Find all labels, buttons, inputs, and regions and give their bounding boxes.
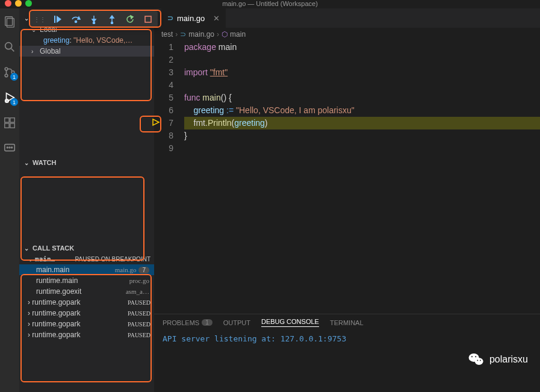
callstack-thread[interactable]: › runtime.gopark PAUSED: [19, 319, 154, 329]
activity-bar: 1 1: [0, 8, 19, 392]
callstack-title: CALL STACK: [33, 244, 74, 252]
go-file-icon: ⊃: [180, 30, 186, 39]
variable-greeting[interactable]: greeting: "Hello, VSCode,…: [19, 35, 154, 46]
debug-toolbar: ⋮⋮: [30, 11, 158, 28]
breadcrumb[interactable]: test › ⊃ main.go › ⬡ main: [154, 28, 540, 41]
continue-button[interactable]: [52, 13, 64, 25]
svg-point-36: [477, 360, 478, 361]
chevron-right-icon: ›: [28, 309, 30, 317]
code-content: package main import "fmt" func main() { …: [184, 41, 540, 314]
close-window[interactable]: [5, 0, 11, 7]
step-over-button[interactable]: [70, 13, 82, 25]
extensions-icon[interactable]: [2, 116, 17, 130]
svg-point-16: [7, 147, 8, 148]
svg-point-18: [11, 147, 13, 148]
tab-debug-console[interactable]: DEBUG CONSOLE: [261, 318, 319, 327]
tab-terminal[interactable]: TERMINAL: [330, 318, 364, 327]
chevron-down-icon: ⌄: [24, 15, 30, 22]
chevron-right-icon: ›: [28, 331, 30, 339]
chevron-right-icon: ›: [28, 298, 30, 306]
watch-title: WATCH: [33, 159, 57, 166]
search-icon[interactable]: [2, 40, 17, 54]
svg-marker-31: [153, 119, 159, 125]
stop-button[interactable]: [142, 13, 154, 25]
svg-rect-14: [10, 123, 14, 128]
go-file-icon: ⊃: [167, 14, 173, 22]
svg-point-37: [480, 360, 481, 361]
callstack-thread[interactable]: › runtime.gopark PAUSED: [19, 297, 154, 308]
svg-point-4: [5, 67, 8, 70]
symbol-icon: ⬡: [222, 30, 228, 39]
minimize-window[interactable]: [15, 0, 22, 7]
callstack-thread-main[interactable]: ⌄ main… PAUSED ON BREAKPOINT: [19, 254, 154, 264]
svg-rect-19: [54, 16, 55, 23]
chevron-right-icon: ›: [31, 48, 37, 55]
svg-point-17: [9, 147, 10, 148]
close-icon[interactable]: ✕: [213, 14, 220, 23]
svg-point-34: [471, 356, 473, 357]
svg-marker-27: [110, 16, 114, 18]
svg-rect-30: [145, 16, 151, 22]
step-out-button[interactable]: [106, 13, 118, 25]
debug-badge: 1: [10, 98, 18, 106]
code-editor[interactable]: 1 2 3 4 5 6 7 8 9 package main import "f…: [154, 41, 540, 314]
source-control-icon[interactable]: 1: [2, 65, 17, 79]
svg-point-35: [475, 356, 476, 357]
stack-frame[interactable]: runtime.main proc.go: [19, 275, 154, 286]
tab-main-go[interactable]: ⊃ main.go ✕: [161, 8, 226, 28]
callstack-thread[interactable]: › runtime.gopark PAUSED: [19, 329, 154, 340]
svg-rect-13: [5, 123, 9, 128]
chevron-down-icon: ⌄: [28, 255, 33, 263]
debug-sidebar: ⌄ VARIABLES ⌄ Local greeting: "Hello, VS…: [19, 8, 154, 392]
window-title: main.go — Untitled (Workspace): [0, 0, 540, 8]
explorer-icon[interactable]: [2, 14, 17, 29]
tab-bar: ⊃ main.go ✕: [154, 8, 540, 28]
maximize-window[interactable]: [25, 0, 32, 7]
grip-icon[interactable]: ⋮⋮: [34, 13, 46, 25]
scm-badge: 1: [10, 73, 18, 81]
variables-scope-global[interactable]: › Global: [19, 46, 154, 57]
stack-frame[interactable]: main.main main.go7: [19, 264, 154, 275]
callstack-section-header[interactable]: ⌄ CALL STACK: [19, 242, 154, 254]
restart-button[interactable]: [124, 13, 136, 25]
svg-point-2: [5, 43, 12, 49]
svg-rect-11: [5, 118, 9, 122]
svg-rect-12: [10, 118, 14, 122]
stack-frame[interactable]: runtime.goexit asm_a…: [19, 286, 154, 297]
svg-marker-24: [92, 19, 96, 22]
window-controls: [0, 0, 37, 7]
svg-point-5: [5, 74, 8, 77]
svg-point-33: [475, 358, 483, 365]
tab-output[interactable]: OUTPUT: [223, 318, 250, 327]
execution-pointer-icon: [152, 118, 160, 126]
wechat-icon: [468, 351, 485, 368]
svg-marker-29: [131, 16, 133, 19]
step-into-button[interactable]: [88, 13, 100, 25]
svg-line-3: [11, 49, 14, 52]
svg-point-28: [111, 22, 113, 24]
svg-point-22: [75, 21, 77, 23]
debug-console-output: API server listening at: 127.0.0.1:9753: [154, 331, 540, 347]
watch-section-header[interactable]: ⌄ WATCH: [19, 157, 154, 169]
callstack-thread[interactable]: › runtime.gopark PAUSED: [19, 308, 154, 319]
remote-icon[interactable]: [2, 141, 17, 155]
debug-icon[interactable]: 1: [2, 90, 17, 105]
chevron-right-icon: ›: [28, 320, 30, 328]
panel-tabs: PROBLEMS 1 OUTPUT DEBUG CONSOLE TERMINAL: [154, 314, 540, 331]
svg-marker-20: [57, 16, 61, 23]
gutter: 1 2 3 4 5 6 7 8 9: [154, 41, 184, 314]
chevron-down-icon: ⌄: [24, 245, 30, 252]
watermark: polarisxu: [468, 351, 528, 368]
tab-problems[interactable]: PROBLEMS 1: [163, 318, 213, 327]
editor-area: ⊃ main.go ✕ test › ⊃ main.go › ⬡ main 1 …: [154, 8, 540, 392]
chevron-down-icon: ⌄: [24, 160, 30, 166]
svg-point-25: [93, 22, 95, 24]
